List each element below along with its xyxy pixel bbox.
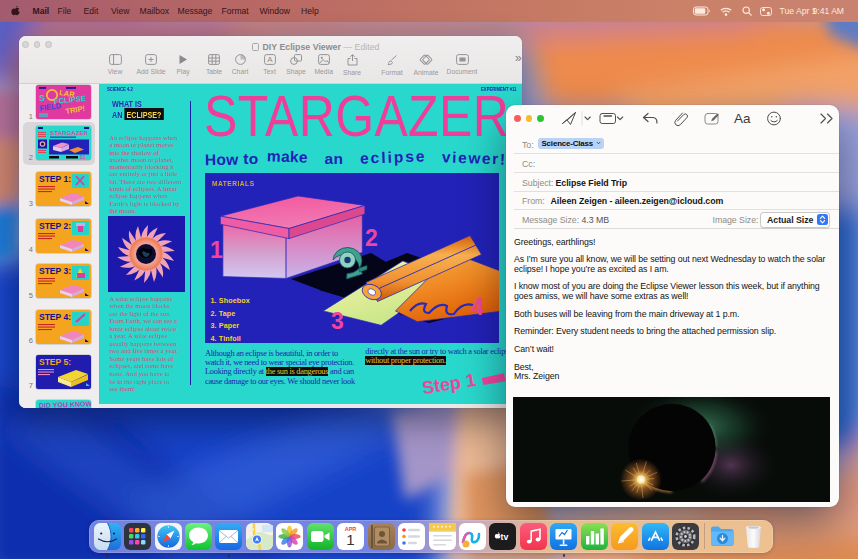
svg-text:STEP 1:: STEP 1: (39, 174, 71, 184)
svg-text:4: 4 (471, 294, 484, 320)
svg-text:A: A (267, 55, 273, 64)
svg-text:STEP 5:: STEP 5: (39, 357, 71, 367)
svg-text:Aa: Aa (734, 111, 751, 126)
svg-text:STARGAZER: STARGAZER (50, 129, 89, 136)
svg-text:S: S (39, 93, 45, 103)
svg-text:1: 1 (347, 531, 355, 548)
svg-text:1: 1 (210, 237, 223, 263)
svg-text:STEP 4:: STEP 4: (39, 311, 71, 321)
svg-text:STEP 2:: STEP 2: (39, 220, 71, 230)
svg-text:DID YOU KNOW: DID YOU KNOW (39, 400, 91, 407)
svg-text:3: 3 (331, 308, 344, 334)
svg-text:STEP 3:: STEP 3: (39, 266, 71, 276)
svg-text:S1: S1 (80, 155, 86, 160)
svg-text:2: 2 (365, 225, 378, 251)
svg-text:tv: tv (501, 532, 509, 542)
